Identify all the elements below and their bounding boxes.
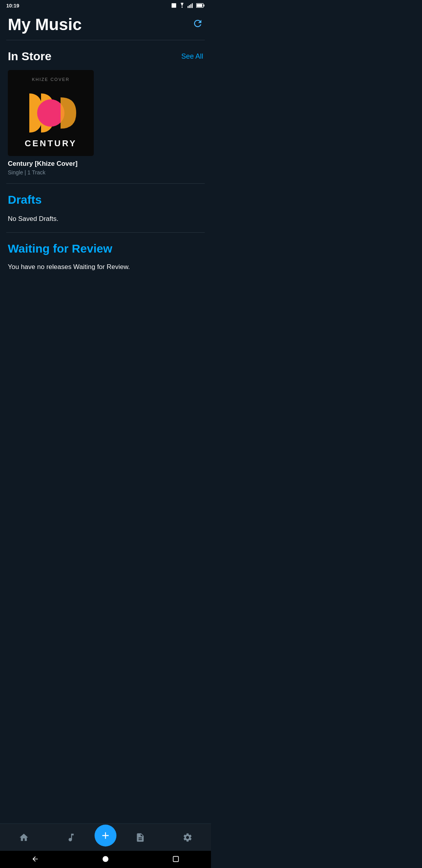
sim-icon: [171, 3, 177, 8]
svg-point-1: [182, 7, 183, 8]
svg-rect-0: [172, 3, 176, 8]
svg-text:CENTURY: CENTURY: [25, 138, 77, 148]
in-store-title: In Store: [8, 50, 52, 63]
album-art-svg: KHIZE COVER CENTURY: [8, 70, 94, 156]
svg-point-10: [37, 99, 64, 127]
drafts-section: Drafts No Saved Drafts.: [0, 184, 211, 232]
drafts-empty-text: No Saved Drafts.: [8, 213, 203, 224]
svg-rect-8: [197, 4, 202, 7]
svg-rect-7: [204, 4, 204, 6]
album-art: KHIZE COVER CENTURY: [8, 70, 94, 156]
album-title: Century [Khize Cover]: [8, 160, 94, 168]
battery-icon: [196, 3, 205, 8]
drafts-header: Drafts: [8, 193, 203, 206]
status-icons: [171, 3, 205, 8]
svg-rect-4: [190, 4, 191, 8]
drafts-title: Drafts: [8, 193, 42, 206]
waiting-empty-text: You have no releases Waiting for Review.: [8, 262, 203, 272]
svg-rect-2: [188, 6, 188, 8]
svg-text:KHIZE COVER: KHIZE COVER: [32, 77, 70, 82]
status-time: 10:19: [6, 3, 19, 9]
svg-rect-5: [192, 3, 193, 8]
waiting-header: Waiting for Review: [8, 242, 203, 255]
waiting-title: Waiting for Review: [8, 242, 112, 255]
album-meta: Single | 1 Track: [8, 169, 94, 176]
waiting-section: Waiting for Review You have no releases …: [0, 233, 211, 326]
wifi-icon: [179, 3, 185, 8]
album-card[interactable]: KHIZE COVER CENTURY Century [Khize Cover…: [8, 70, 94, 176]
svg-rect-3: [189, 5, 190, 8]
see-all-button[interactable]: See All: [181, 52, 203, 61]
page-title: My Music: [8, 16, 82, 34]
refresh-icon: [192, 18, 203, 29]
page-header: My Music: [0, 11, 211, 40]
status-bar: 10:19: [0, 0, 211, 11]
in-store-section: In Store See All KHIZE COVER CENTURY Cen…: [0, 40, 211, 183]
in-store-header: In Store See All: [8, 50, 203, 63]
refresh-button[interactable]: [192, 18, 203, 30]
signal-icon: [188, 3, 194, 8]
